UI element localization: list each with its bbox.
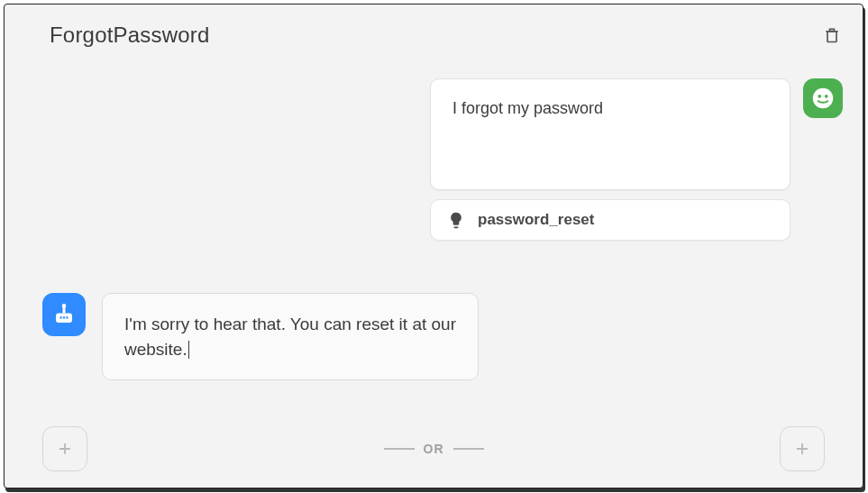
svg-rect-4 — [60, 316, 62, 318]
svg-point-2 — [825, 95, 828, 98]
user-message-bubble[interactable]: I forgot my password — [430, 78, 790, 190]
svg-point-8 — [62, 304, 67, 308]
or-label: OR — [424, 442, 444, 456]
bot-avatar — [42, 293, 86, 336]
lightbulb-icon — [447, 211, 465, 229]
card-footer: OR — [42, 426, 825, 471]
bot-turn: I'm sorry to hear that. You can reset it… — [42, 293, 479, 380]
intent-chip[interactable]: password_reset — [430, 199, 790, 241]
plus-icon — [794, 441, 810, 457]
add-left-button[interactable] — [42, 426, 87, 471]
story-title: ForgotPassword — [50, 23, 210, 48]
svg-point-0 — [813, 88, 834, 109]
bot-message-text: I'm sorry to hear that. You can reset it… — [124, 315, 456, 359]
separator-line — [384, 448, 415, 450]
card-header: ForgotPassword — [50, 23, 845, 48]
plus-icon — [57, 441, 73, 457]
bot-message-bubble[interactable]: I'm sorry to hear that. You can reset it… — [102, 293, 479, 380]
intent-label: password_reset — [478, 211, 594, 229]
svg-rect-5 — [63, 316, 65, 318]
face-icon — [809, 85, 836, 112]
svg-point-1 — [818, 95, 821, 98]
robot-icon — [50, 301, 78, 328]
user-avatar — [803, 78, 843, 118]
separator-line — [453, 448, 484, 450]
delete-button[interactable] — [819, 23, 845, 48]
svg-rect-6 — [66, 316, 68, 318]
or-separator: OR — [384, 442, 484, 456]
trash-icon — [823, 25, 841, 45]
add-right-button[interactable] — [780, 426, 825, 471]
conversation-card: ForgotPassword I forgot my password pass… — [4, 4, 863, 488]
user-turn: I forgot my password password_reset — [430, 78, 843, 241]
user-message-text: I forgot my password — [452, 99, 603, 117]
text-cursor — [188, 341, 189, 359]
user-turn-column: I forgot my password password_reset — [430, 78, 790, 241]
